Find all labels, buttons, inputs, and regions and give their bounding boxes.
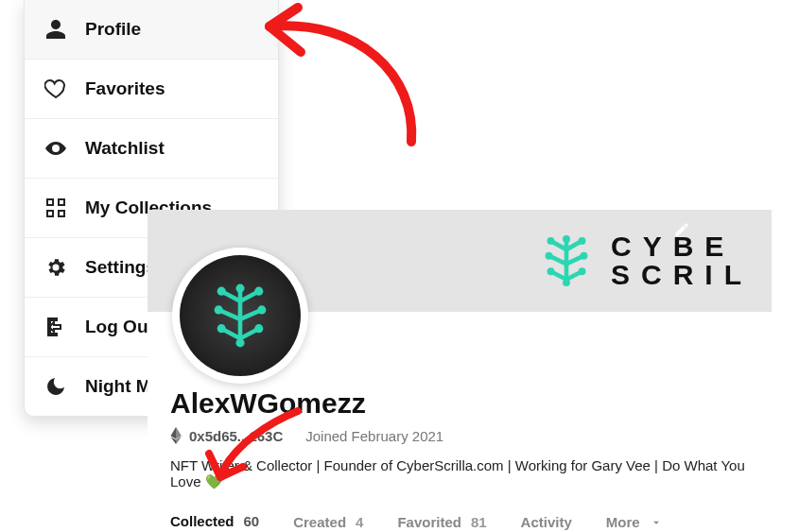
tab-label: Favorited <box>397 514 461 530</box>
tab-label: Collected <box>170 513 234 529</box>
profile-tabs: Collected 60 Created 4 Favorited 81 Acti… <box>170 513 749 532</box>
menu-item-watchlist[interactable]: Watchlist <box>25 119 278 179</box>
eye-icon <box>43 136 68 161</box>
username: AlexWGomezz <box>170 387 749 420</box>
menu-label: Watchlist <box>85 138 165 159</box>
heart-icon <box>43 77 68 101</box>
tab-created[interactable]: Created 4 <box>293 514 363 532</box>
wallet-address[interactable]: 0x5d65...163C <box>189 428 283 444</box>
menu-label: Settings <box>85 257 156 278</box>
menu-label: Profile <box>85 19 141 40</box>
tab-count: 81 <box>471 514 487 530</box>
svg-point-5 <box>547 267 555 275</box>
gear-icon <box>43 255 68 280</box>
svg-point-8 <box>235 284 244 293</box>
edit-banner-icon[interactable] <box>673 221 690 243</box>
svg-point-9 <box>217 287 226 296</box>
svg-point-13 <box>217 324 226 333</box>
chevron-down-icon <box>650 516 663 529</box>
svg-point-14 <box>254 324 263 333</box>
profile-card: CYBE SCRIL <box>148 210 772 532</box>
person-icon <box>43 17 68 42</box>
svg-point-2 <box>579 237 586 245</box>
menu-label: Log Out <box>85 317 154 337</box>
profile-body: AlexWGomezz 0x5d65...163C Joined Februar… <box>148 312 772 532</box>
menu-label: Favorites <box>85 78 165 99</box>
ethereum-icon <box>170 427 182 444</box>
avatar-image <box>180 255 301 376</box>
tab-count: 4 <box>356 514 363 530</box>
tab-count: 60 <box>244 513 260 529</box>
grid-icon <box>43 196 68 220</box>
svg-point-15 <box>235 338 244 347</box>
svg-point-10 <box>254 287 263 296</box>
avatar[interactable] <box>172 248 308 384</box>
menu-item-favorites[interactable]: Favorites <box>25 60 278 119</box>
tab-label: Activity <box>521 514 572 530</box>
svg-point-1 <box>547 237 555 245</box>
svg-point-7 <box>563 279 570 286</box>
svg-point-12 <box>257 305 266 314</box>
tab-label: Created <box>293 514 346 530</box>
cyberscrilla-logo-icon <box>535 230 598 292</box>
tab-activity[interactable]: Activity <box>521 514 572 532</box>
profile-meta: 0x5d65...163C Joined February 2021 <box>170 427 749 444</box>
banner-line2: SCRIL <box>611 261 753 289</box>
moon-icon <box>43 374 68 399</box>
svg-point-11 <box>215 305 223 314</box>
profile-bio: NFT Writer & Collector | Founder of Cybe… <box>170 457 749 490</box>
banner-logo: CYBE SCRIL <box>535 230 753 292</box>
joined-date: Joined February 2021 <box>305 428 443 444</box>
svg-point-6 <box>579 267 586 275</box>
tab-label: More <box>606 514 640 530</box>
logout-icon <box>43 315 68 339</box>
svg-point-4 <box>581 252 588 260</box>
tab-collected[interactable]: Collected 60 <box>170 513 259 532</box>
svg-point-0 <box>563 235 570 243</box>
menu-item-profile[interactable]: Profile <box>25 0 278 60</box>
tab-more[interactable]: More <box>606 514 663 532</box>
svg-point-3 <box>546 252 553 260</box>
tab-favorited[interactable]: Favorited 81 <box>397 514 486 532</box>
